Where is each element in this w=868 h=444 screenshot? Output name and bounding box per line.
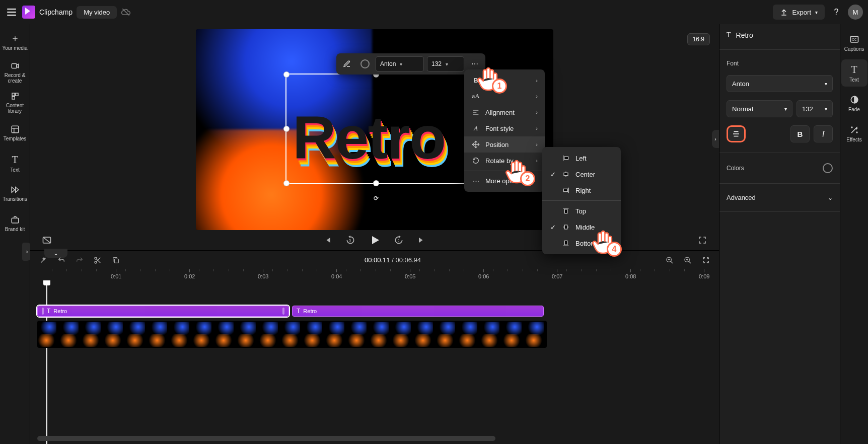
redo-button[interactable]	[74, 254, 86, 266]
zoom-in-button[interactable]	[682, 254, 694, 266]
split-button[interactable]	[92, 254, 104, 266]
magic-tool-button[interactable]	[37, 254, 49, 266]
rail-item-text[interactable]: T Text	[841, 59, 867, 87]
user-avatar[interactable]: M	[848, 5, 863, 20]
canvas-text[interactable]: Retro	[293, 103, 445, 172]
rail-item-fade[interactable]: Fade	[841, 90, 867, 117]
video-thumbnail	[37, 321, 59, 348]
svg-rect-2	[12, 93, 15, 96]
play-button[interactable]	[367, 233, 382, 248]
clipchamp-logo[interactable]	[22, 6, 35, 19]
stage-expand-right[interactable]: ›	[712, 130, 719, 148]
aspect-ratio-button[interactable]: 16:9	[687, 33, 710, 45]
rail-item-captions[interactable]: CC Captions	[841, 29, 867, 56]
ruler-tick: 0:06	[478, 269, 489, 280]
menu-item-position[interactable]: Position ›	[464, 136, 545, 153]
menu-item-more-options[interactable]: ⋯ More options	[464, 173, 545, 189]
top-bar: Clipchamp My video Export ▾ ? M	[0, 0, 868, 24]
clip-handle-left[interactable]	[42, 308, 44, 315]
rail-item-label: Text	[849, 77, 858, 83]
text-clip[interactable]: TRetro	[292, 306, 544, 317]
submenu-item-middle[interactable]: ✓ Middle	[542, 219, 621, 235]
svg-line-35	[689, 261, 691, 263]
duplicate-button[interactable]	[110, 254, 122, 266]
ruler-tick: 0:03	[258, 269, 268, 280]
advanced-section-toggle[interactable]: Advanced ⌄	[727, 194, 833, 201]
alignment-button[interactable]	[727, 125, 746, 142]
clip-handle-right[interactable]	[282, 308, 284, 315]
sidebar-item-label: Content library	[1, 103, 29, 114]
font-size-select[interactable]: 132 ▾	[427, 56, 464, 71]
text-track: TRetroTRetro	[37, 306, 712, 317]
text-icon: T	[12, 154, 18, 165]
menu-item-casing[interactable]: aA ›	[464, 88, 545, 104]
export-button[interactable]: Export ▾	[773, 5, 825, 20]
submenu-item-left[interactable]: Left	[542, 150, 621, 166]
chevron-right-icon: ›	[536, 158, 538, 164]
submenu-item-center[interactable]: ✓ Center	[542, 166, 621, 182]
rail-item-label: Effects	[846, 137, 861, 142]
rotate-handle[interactable]: ⟳	[371, 193, 381, 203]
video-clip[interactable]	[37, 321, 547, 348]
sidebar-item-label: Text	[10, 167, 19, 173]
menu-item-rotate[interactable]: Rotate by ›	[464, 153, 545, 169]
timeline-ruler[interactable]: 0:010:020:030:040:050:060:070:080:09	[30, 269, 719, 280]
menu-item-font-style[interactable]: A Font style ›	[464, 120, 545, 136]
italic-button[interactable]: I	[814, 125, 833, 142]
skip-forward-button[interactable]: 5	[392, 234, 405, 247]
fit-timeline-button[interactable]	[700, 254, 712, 266]
video-thumbnail	[347, 321, 370, 348]
fullscreen-button[interactable]	[696, 234, 709, 247]
font-weight-select[interactable]: Normal ▾	[727, 100, 792, 117]
font-style-icon: A	[471, 124, 480, 132]
rail-item-effects[interactable]: Effects	[841, 120, 867, 147]
clip-label: Retro	[303, 308, 317, 314]
timeline-tracks[interactable]: TRetroTRetro	[30, 280, 719, 444]
hamburger-menu[interactable]	[5, 6, 18, 19]
chevron-down-icon: ▾	[825, 81, 827, 87]
undo-button[interactable]	[55, 254, 67, 266]
zoom-out-button[interactable]	[664, 254, 676, 266]
sidebar-item-templates[interactable]: Templates	[1, 119, 29, 147]
font-size-select[interactable]: 132 ▾	[797, 100, 833, 117]
scrollbar-thumb[interactable]	[37, 436, 495, 441]
submenu-item-label: Center	[575, 171, 595, 178]
bold-button[interactable]: B	[790, 125, 810, 142]
prev-frame-button[interactable]	[321, 234, 334, 247]
skip-back-button[interactable]: 5	[344, 234, 357, 247]
text-selection-box[interactable]: Retro ⟳	[285, 73, 467, 184]
sidebar-item-text[interactable]: T Text	[1, 149, 29, 177]
menu-item-format[interactable]: B ›	[464, 72, 545, 88]
position-icon	[471, 140, 480, 149]
video-thumbnail	[392, 321, 414, 348]
video-thumbnail	[192, 321, 214, 348]
safe-zones-button[interactable]	[40, 234, 53, 247]
menu-item-alignment[interactable]: Alignment ›	[464, 104, 545, 120]
left-rail-expand[interactable]: ›	[22, 243, 30, 261]
font-family-select[interactable]: Anton ▾	[727, 75, 833, 92]
app-name: Clipchamp	[39, 8, 73, 16]
color-swatch[interactable]	[823, 163, 833, 173]
font-family-select[interactable]: Anton ▾	[376, 56, 424, 71]
submenu-item-right[interactable]: Right	[542, 182, 621, 198]
text-color-swatch[interactable]	[357, 56, 373, 71]
project-name[interactable]: My video	[77, 6, 117, 19]
text-clip[interactable]: TRetro	[37, 306, 289, 317]
video-preview[interactable]: Retro ⟳ Anton ▾	[196, 29, 553, 230]
captions-icon: CC	[849, 34, 859, 44]
sidebar-item-label: Transitions	[3, 196, 27, 202]
help-button[interactable]: ?	[829, 5, 844, 20]
sidebar-item-transitions[interactable]: Transitions	[1, 179, 29, 207]
submenu-item-bottom[interactable]: Bottom	[542, 235, 621, 251]
playhead[interactable]	[46, 280, 47, 444]
cloud-sync-off-icon[interactable]	[121, 7, 131, 17]
edit-text-button[interactable]	[339, 56, 354, 71]
next-frame-button[interactable]	[415, 234, 428, 247]
timeline-scrollbar[interactable]	[37, 436, 712, 441]
sidebar-item-content-library[interactable]: Content library	[1, 89, 29, 117]
sidebar-item-record-create[interactable]: Record & create	[1, 58, 29, 87]
text-icon: T	[297, 308, 300, 315]
sidebar-item-your-media[interactable]: ＋ Your media	[1, 28, 29, 56]
submenu-item-top[interactable]: Top	[542, 203, 621, 219]
sidebar-item-brand-kit[interactable]: Brand kit	[1, 209, 29, 238]
